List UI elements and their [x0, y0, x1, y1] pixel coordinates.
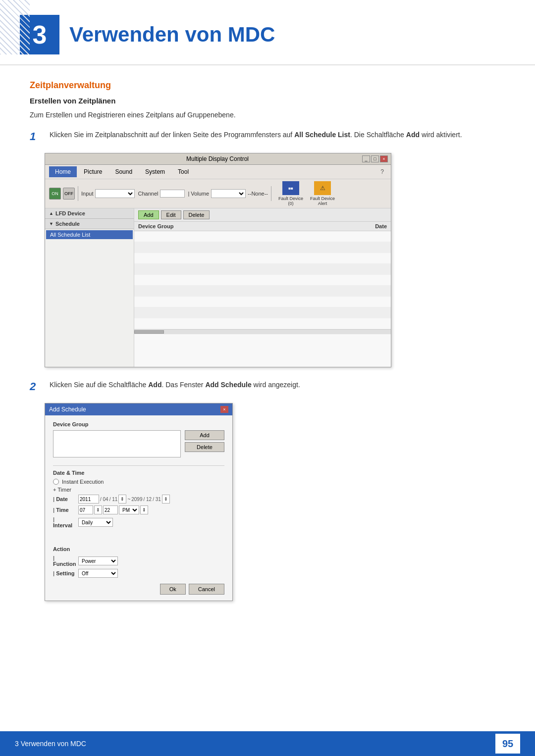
delete-button[interactable]: Delete: [183, 210, 210, 219]
date-sep-1: / 04: [100, 497, 108, 502]
add-schedule-close-button[interactable]: ×: [220, 406, 228, 413]
table-row: [134, 253, 391, 264]
alert-icon: ⚠: [320, 185, 325, 192]
all-schedule-list-label: All Schedule List: [50, 232, 90, 238]
date-field-group: / 04 / 11 ⇕ ~ 2099 / 12 / 31 ⇕: [78, 495, 170, 504]
footer-text: 3 Verwenden von MDC: [15, 740, 86, 748]
fault-alert-sub: Alert: [318, 201, 327, 206]
add-schedule-body: Device Group Add Delete Date & Time Inst…: [45, 415, 232, 601]
table-rows: [134, 231, 391, 329]
channel-label: Channel: [138, 191, 158, 197]
datetime-section: Date & Time Instant Execution + Timer Da…: [53, 470, 224, 528]
horizontal-scrollbar[interactable]: [134, 329, 391, 334]
bottom-buttons: Ok Cancel: [53, 584, 224, 595]
schedule-header[interactable]: ▼ Schedule: [45, 219, 134, 229]
date-sep-3: 2099: [131, 497, 142, 502]
power-on-icon[interactable]: ON: [49, 188, 61, 200]
device-group-header: Device Group: [134, 222, 351, 231]
time-ampm[interactable]: PM AM: [119, 505, 139, 514]
add-schedule-title: Add Schedule: [49, 406, 86, 413]
menu-system[interactable]: System: [139, 166, 171, 177]
main-panel: ▲ LFD Device ▼ Schedule All Schedule Lis…: [45, 208, 391, 367]
action-section: Action Function Power Setting Off On: [53, 546, 224, 578]
add-device-button[interactable]: Add: [185, 430, 224, 440]
page-footer: 3 Verwenden von MDC 95: [0, 731, 535, 756]
table-row: [134, 318, 391, 329]
title-bar-buttons: _ □ ×: [362, 155, 388, 162]
all-schedule-list-item[interactable]: All Schedule List: [46, 230, 133, 239]
channel-value: [160, 190, 184, 197]
date-spinner-arrows[interactable]: ⇕: [118, 495, 126, 504]
function-field-label: Function: [53, 555, 75, 567]
date-start-year[interactable]: [78, 495, 99, 504]
help-icon[interactable]: ?: [377, 166, 387, 177]
main-content: Zeitplanverwaltung Erstellen von Zeitplä…: [0, 70, 535, 633]
description-text: Zum Erstellen und Registrieren eines Zei…: [30, 110, 505, 120]
lfd-device-label: LFD Device: [55, 210, 85, 216]
maximize-button[interactable]: □: [371, 155, 379, 162]
ok-button[interactable]: Ok: [160, 584, 186, 595]
interval-row: Interval Daily Weekly Monthly: [53, 516, 224, 528]
ampm-spinner[interactable]: ⇕: [140, 505, 148, 514]
volume-select[interactable]: [211, 189, 246, 198]
menu-bar: Home Picture Sound System Tool ?: [45, 165, 391, 179]
section-title: Zeitplanverwaltung: [30, 80, 505, 91]
step-1-number: 1: [30, 130, 45, 143]
date-sep-4: / 12: [143, 497, 152, 502]
channel-spinner[interactable]: [160, 190, 185, 198]
table-row: [134, 286, 391, 297]
close-button[interactable]: ×: [380, 155, 388, 162]
cancel-button[interactable]: Cancel: [189, 584, 224, 595]
date-end-spinner-arrows[interactable]: ⇕: [162, 495, 170, 504]
fault-device-count: ■■: [288, 186, 293, 191]
step-1-text: Klicken Sie im Zeitplanabschnitt auf der…: [50, 129, 462, 140]
device-group-form-label: Device Group: [53, 421, 224, 427]
input-select[interactable]: [95, 189, 135, 198]
table-row: [134, 307, 391, 318]
function-select[interactable]: Power: [78, 556, 118, 565]
time-field-group: ⇕ PM AM ⇕: [78, 505, 148, 514]
interval-select[interactable]: Daily Weekly Monthly: [78, 518, 113, 527]
time-hour[interactable]: [78, 505, 93, 514]
step-2: 2 Klicken Sie auf die Schaltfläche Add. …: [30, 379, 505, 393]
power-buttons: ON OFF: [49, 188, 75, 200]
volume-section: | Volume --None--: [188, 189, 268, 198]
setting-select[interactable]: Off On: [78, 569, 118, 578]
fault-device-count-label: (0): [288, 201, 294, 206]
menu-picture[interactable]: Picture: [78, 166, 108, 177]
menu-tool[interactable]: Tool: [172, 166, 195, 177]
time-minute[interactable]: [103, 505, 118, 514]
menu-home[interactable]: Home: [49, 166, 77, 177]
minimize-button[interactable]: _: [362, 155, 370, 162]
device-group-buttons: Add Delete: [185, 430, 224, 457]
lfd-device-header[interactable]: ▲ LFD Device: [45, 208, 134, 219]
step-2-number: 2: [30, 380, 45, 393]
footer-page-number: 95: [495, 734, 520, 754]
setting-field-label: Setting: [53, 570, 75, 576]
subsection-title: Erstellen von Zeitplänen: [30, 97, 505, 105]
step-2-text: Klicken Sie auf die Schaltfläche Add. Da…: [50, 379, 300, 390]
input-label: Input: [81, 191, 93, 197]
fault-device-section: ■■ Fault Device (0): [278, 181, 303, 206]
action-bar: Add Edit Delete: [134, 208, 391, 222]
page-title: Verwenden von MDC: [69, 23, 275, 47]
table-row: [134, 264, 391, 275]
delete-device-button[interactable]: Delete: [185, 442, 224, 452]
instant-radio[interactable]: [53, 479, 59, 485]
header-pattern: [0, 0, 30, 54]
separator-1: [53, 465, 224, 466]
timer-label: + Timer: [53, 487, 224, 493]
edit-button[interactable]: Edit: [161, 210, 181, 219]
menu-sound[interactable]: Sound: [109, 166, 138, 177]
time-hour-spinner[interactable]: ⇕: [94, 505, 102, 514]
chapter-number: 3: [33, 20, 47, 50]
date-tilde: ~: [127, 497, 130, 502]
power-off-icon[interactable]: OFF: [63, 188, 75, 200]
table-header: Device Group Date: [134, 222, 391, 231]
device-group-area: [53, 430, 181, 457]
add-button[interactable]: Add: [138, 210, 159, 219]
right-panel: Add Edit Delete Device Group Date: [134, 208, 391, 367]
date-sep-2: / 11: [109, 497, 118, 502]
scrollbar-thumb[interactable]: [134, 330, 164, 334]
toolbar: ON OFF Input Channel | Volume --None--: [45, 179, 391, 208]
